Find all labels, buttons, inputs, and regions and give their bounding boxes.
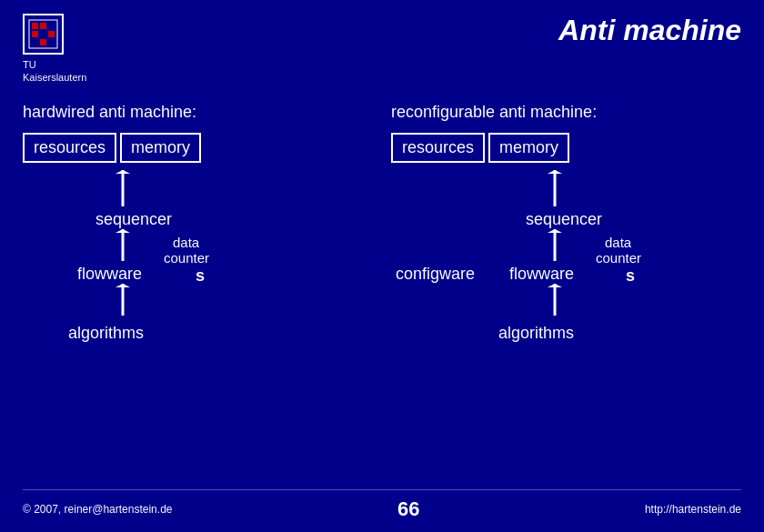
svg-marker-15 [116, 284, 130, 287]
left-section: hardwired anti machine: resources memory… [23, 103, 373, 347]
tu-logo-icon [27, 18, 59, 50]
left-resources-box: resources [23, 133, 116, 163]
main-content: hardwired anti machine: resources memory… [23, 103, 741, 347]
left-data-label: data [173, 235, 200, 250]
svg-marker-11 [116, 170, 130, 174]
svg-rect-1 [32, 23, 38, 29]
svg-rect-7 [32, 39, 38, 45]
right-s-label: s [626, 266, 635, 285]
svg-rect-6 [48, 31, 55, 37]
svg-marker-17 [548, 170, 562, 174]
svg-marker-21 [548, 284, 562, 287]
right-sequencer-label: sequencer [526, 210, 602, 228]
right-counter-label: counter [596, 250, 641, 266]
svg-rect-2 [40, 23, 46, 29]
svg-rect-5 [48, 23, 55, 29]
right-data-label: data [605, 235, 632, 250]
footer-website: http://hartenstein.de [645, 503, 741, 516]
logo-box [23, 14, 64, 55]
footer-page-number: 66 [397, 497, 419, 521]
left-s-label: s [196, 266, 205, 285]
svg-rect-3 [32, 31, 38, 37]
left-sequencer-label: sequencer [96, 210, 172, 228]
logo-area: TU Kaiserslautern [23, 14, 86, 85]
slide: TU Kaiserslautern Anti machine hardwired… [0, 0, 764, 532]
right-configware-label: configware [396, 265, 475, 283]
svg-marker-13 [116, 229, 130, 233]
left-diagram-svg: sequencer data counter s flowware algori… [23, 170, 296, 347]
footer: © 2007, reiner@hartenstein.de 66 http://… [23, 489, 741, 521]
svg-rect-8 [40, 39, 46, 45]
svg-rect-9 [48, 39, 55, 45]
left-algorithms-label: algorithms [68, 324, 144, 342]
svg-rect-4 [40, 31, 46, 37]
right-resources-box: resources [391, 133, 485, 163]
footer-email: reiner@hartenstein.de [65, 503, 173, 516]
header: TU Kaiserslautern Anti machine [23, 14, 741, 85]
right-algorithms-label: algorithms [498, 324, 574, 342]
left-counter-label: counter [164, 250, 209, 266]
right-section-title: reconfigurable anti machine: [391, 103, 597, 122]
svg-marker-19 [548, 229, 562, 233]
left-flowware-label: flowware [77, 265, 142, 283]
right-memory-box: memory [488, 133, 569, 163]
university-name: TU Kaiserslautern [23, 58, 86, 85]
left-section-title: hardwired anti machine: [23, 103, 196, 122]
right-boxes-row: resources memory [391, 133, 569, 163]
left-boxes-row: resources memory [23, 133, 201, 163]
right-diagram-svg: sequencer data counter s configware flow… [391, 170, 728, 347]
slide-title: Anti machine [558, 14, 741, 47]
right-flowware-label: flowware [509, 265, 574, 283]
left-memory-box: memory [120, 133, 201, 163]
footer-copyright: © 2007, reiner@hartenstein.de [23, 503, 172, 516]
right-section: reconfigurable anti machine: resources m… [391, 103, 741, 347]
